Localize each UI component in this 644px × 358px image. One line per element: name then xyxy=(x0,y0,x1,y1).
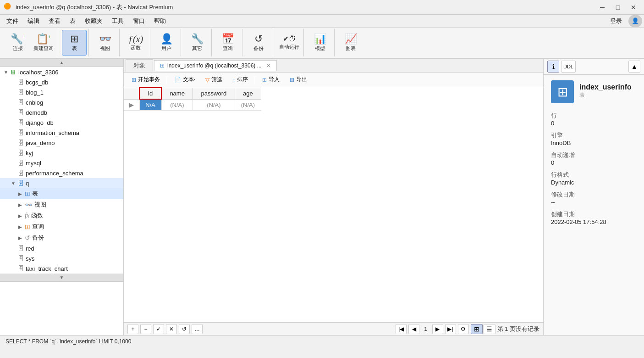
tab-close-icon[interactable]: ✕ xyxy=(266,62,271,69)
pager-check-button[interactable]: ✓ xyxy=(153,324,164,334)
sidebar-item-information_schema[interactable]: 🗄 information_schema xyxy=(0,128,123,138)
sidebar-item-q-backups[interactable]: ▶ ↺ 备份 xyxy=(0,232,123,243)
pager-settings-button[interactable]: ⚙ xyxy=(458,324,469,334)
menu-table[interactable]: 表 xyxy=(65,16,80,27)
menu-login[interactable]: 登录 xyxy=(605,16,627,27)
title-bar: 🟠 index_userinfo @q (localhost_3306) - 表… xyxy=(0,0,644,15)
chart-button[interactable]: 📈 图表 xyxy=(338,30,363,56)
sidebar-item-q-tables[interactable]: ▶ ⊞ 表 xyxy=(0,188,123,199)
pager-refresh-button[interactable]: ↺ xyxy=(179,324,190,334)
sort-icon: ↕ xyxy=(232,77,235,83)
sidebar-item-django_db[interactable]: 🗄 django_db xyxy=(0,117,123,128)
pager-add-button[interactable]: + xyxy=(127,324,138,334)
menu-view[interactable]: 查看 xyxy=(44,16,65,27)
sidebar-item-localhost[interactable]: ▼ 🖥 localhost_3306 xyxy=(0,67,123,77)
menu-window[interactable]: 窗口 xyxy=(128,16,149,27)
sidebar-item-cnblog[interactable]: 🗄 cnblog xyxy=(0,97,123,107)
sidebar-item-q-views[interactable]: ▶ 👓 视图 xyxy=(0,199,123,210)
sidebar-item-performance_schema[interactable]: 🗄 performance_schema xyxy=(0,168,123,178)
other-button[interactable]: 🔧 其它 xyxy=(185,30,209,56)
menu-file[interactable]: 文件 xyxy=(2,16,23,27)
pager-remove-button[interactable]: − xyxy=(140,324,151,334)
sidebar-scroll-down[interactable]: ▼ xyxy=(0,274,123,282)
filter-button[interactable]: ▽ 筛选 xyxy=(201,74,226,85)
maximize-button[interactable]: □ xyxy=(611,2,625,12)
cell-age[interactable]: (N/A) xyxy=(235,99,261,111)
user-icon: 👤 xyxy=(160,34,173,44)
filter-icon: ▽ xyxy=(205,77,209,83)
cell-password[interactable]: (N/A) xyxy=(193,99,235,111)
close-button[interactable]: ✕ xyxy=(627,2,640,12)
autorun-button[interactable]: ✔⏱ 自动运行 xyxy=(277,30,302,56)
sidebar-item-taxi-track-chart[interactable]: 🗄 taxi_track_chart xyxy=(0,263,123,274)
function-button[interactable]: ƒ(x) 函数 xyxy=(123,30,148,56)
sidebar-item-red[interactable]: 🗄 red xyxy=(0,243,123,253)
form-view-button[interactable]: ☰ xyxy=(484,324,495,334)
scroll-up-icon[interactable]: ▲ xyxy=(628,61,640,73)
col-password[interactable]: password xyxy=(193,88,235,99)
new-query-button[interactable]: 📋+ 新建查询 xyxy=(31,30,56,56)
tab-active[interactable]: ⊞ index_userinfo @q (localhost_3306) ...… xyxy=(154,60,277,71)
col-id[interactable]: id xyxy=(139,88,161,99)
begin-transaction-button[interactable]: ⊞ 开始事务 xyxy=(127,74,164,85)
sidebar-item-blog1[interactable]: 🗄 blog_1 xyxy=(0,87,123,97)
cell-id[interactable]: N/A xyxy=(139,99,161,111)
sidebar-item-sys[interactable]: 🗄 sys xyxy=(0,253,123,263)
ddl-button[interactable]: DDL xyxy=(561,61,576,73)
grid-view-button[interactable]: ⊞ xyxy=(471,324,483,334)
menu-favorites[interactable]: 收藏夹 xyxy=(80,16,107,27)
table-button[interactable]: ⊞ 表 xyxy=(62,30,87,56)
sort-button[interactable]: ↕ 排序 xyxy=(228,74,252,85)
pager-next-button[interactable]: ▶ xyxy=(432,324,443,334)
sidebar-item-demodb[interactable]: 🗄 demodb xyxy=(0,107,123,117)
user-avatar[interactable]: 👤 xyxy=(628,15,642,28)
import-button[interactable]: ⊞ 导入 xyxy=(258,74,284,85)
toolbar-group-table: ⊞ 表 xyxy=(60,29,89,56)
sidebar-item-q[interactable]: ▼ 🗄 q xyxy=(0,178,123,188)
col-name[interactable]: name xyxy=(161,88,193,99)
pager-first-button[interactable]: |◀ xyxy=(396,324,407,334)
pager-x-button[interactable]: ✕ xyxy=(166,324,177,334)
tab-object[interactable]: 对象 xyxy=(126,59,153,72)
autorun-icon: ✔⏱ xyxy=(283,35,296,43)
pager-prev-button[interactable]: ◀ xyxy=(408,324,419,334)
text-label: 文本· xyxy=(183,76,195,84)
sidebar-item-java_demo[interactable]: 🗄 java_demo xyxy=(0,138,123,148)
sidebar-item-kyj[interactable]: 🗄 kyj xyxy=(0,148,123,158)
menu-edit[interactable]: 编辑 xyxy=(23,16,44,27)
sidebar-item-bcgs_db[interactable]: 🗄 bcgs_db xyxy=(0,77,123,87)
query-button[interactable]: 📅 查询 xyxy=(215,30,240,56)
backup-button[interactable]: ↺ 备份 xyxy=(246,30,271,56)
sidebar-item-label: information_schema xyxy=(26,129,79,136)
toolbar-group-chart: 📈 图表 xyxy=(336,29,365,56)
pager-last-button[interactable]: ▶| xyxy=(445,324,456,334)
connect-button[interactable]: 🔧+ 连接 xyxy=(6,30,30,56)
info-button[interactable]: ℹ xyxy=(547,61,559,73)
user-button[interactable]: 👤 用户 xyxy=(154,30,179,56)
text-button[interactable]: 📄 文本· xyxy=(170,74,199,85)
view-button[interactable]: 👓 视图 xyxy=(93,30,117,56)
import-label: 导入 xyxy=(269,76,280,84)
title-text: index_userinfo @q (localhost_3306) - 表 -… xyxy=(16,3,595,11)
sidebar: ▲ ▼ 🖥 localhost_3306 🗄 bcgs_db 🗄 blog_1 … xyxy=(0,59,124,335)
pager: + − ✓ ✕ ↺ … |◀ ◀ 1 ▶ ▶| ⚙ ⊞ ☰ 第 1 页没有记录 xyxy=(124,322,543,335)
sidebar-item-q-functions[interactable]: ▶ fx 函数 xyxy=(0,210,123,221)
menu-bar: 文件 编辑 查看 表 收藏夹 工具 窗口 帮助 登录 👤 xyxy=(0,15,644,28)
col-age[interactable]: age xyxy=(235,88,261,99)
sidebar-item-mysql[interactable]: 🗄 mysql xyxy=(0,158,123,168)
database-icon: 🗄 xyxy=(17,78,24,86)
cell-name[interactable]: (N/A) xyxy=(161,99,193,111)
sidebar-scroll-up[interactable]: ▲ xyxy=(0,59,123,67)
model-button[interactable]: 📊 模型 xyxy=(308,30,332,56)
pager-dots-button[interactable]: … xyxy=(192,324,203,334)
toolbar-group-other: 🔧 其它 xyxy=(183,29,212,56)
rp-autoincrement-value: 0 xyxy=(551,159,637,166)
sidebar-item-label: red xyxy=(26,245,34,252)
menu-tools[interactable]: 工具 xyxy=(107,16,128,27)
table-row: ▶ N/A (N/A) (N/A) (N/A) xyxy=(124,99,261,111)
minimize-button[interactable]: ─ xyxy=(595,2,609,12)
connect-icon: 🔧+ xyxy=(11,34,26,44)
export-button[interactable]: ⊞ 导出 xyxy=(286,74,311,85)
menu-help[interactable]: 帮助 xyxy=(149,16,171,27)
sidebar-item-q-queries[interactable]: ▶ ⊞ 查询 xyxy=(0,221,123,232)
